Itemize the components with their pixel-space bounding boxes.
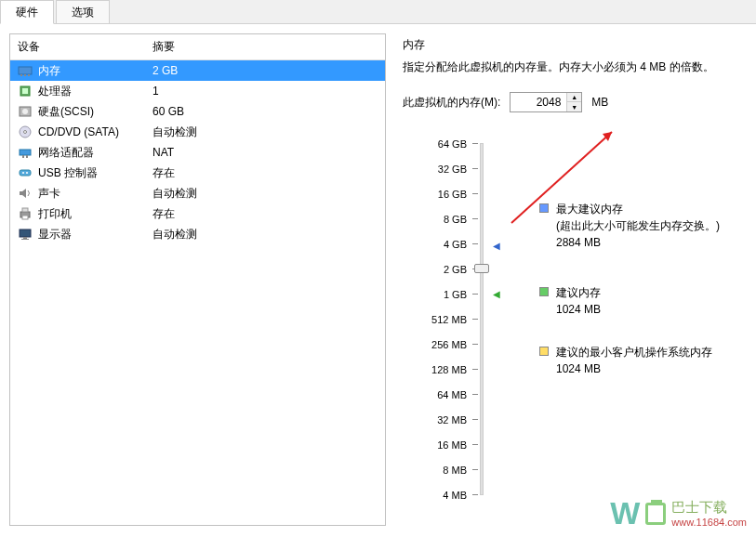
watermark-box-icon (645, 503, 666, 525)
hardware-name: 网络适配器 (38, 145, 153, 161)
slider-tick-label: 1 GB (403, 282, 467, 307)
svg-rect-21 (23, 237, 27, 239)
legend-min-val: 1024 MB (556, 360, 712, 377)
hardware-row[interactable]: USB 控制器存在 (10, 163, 385, 183)
hardware-name: 硬盘(SCSI) (38, 104, 153, 120)
header-summary: 摘要 (153, 39, 378, 55)
spinner-up[interactable]: ▲ (567, 93, 581, 102)
legend-box-yellow (539, 347, 549, 356)
hardware-row[interactable]: 显示器自动检测 (10, 224, 385, 244)
hardware-header: 设备 摘要 (10, 34, 385, 60)
hardware-value: 自动检测 (153, 186, 378, 202)
legend: 最大建议内存 (超出此大小可能发生内存交换。) 2884 MB 建议内存 102… (539, 131, 720, 507)
watermark-brand: 巴士下载 (671, 499, 747, 517)
svg-rect-20 (20, 229, 31, 237)
display-icon (18, 227, 33, 242)
memory-desc: 指定分配给此虚拟机的内存量。内存大小必须为 4 MB 的倍数。 (403, 59, 747, 75)
hardware-name: CD/DVD (SATA) (38, 125, 153, 138)
slider-thumb[interactable] (474, 264, 489, 273)
hardware-row[interactable]: 硬盘(SCSI)60 GB (10, 101, 385, 122)
legend-rec-val: 1024 MB (556, 301, 601, 318)
legend-box-blue (539, 203, 549, 213)
memory-title: 内存 (403, 37, 747, 53)
spinner-down[interactable]: ▼ (567, 102, 581, 111)
hardware-row[interactable]: 网络适配器NAT (10, 142, 385, 163)
memory-panel: 内存 指定分配给此虚拟机的内存量。内存大小必须为 4 MB 的倍数。 此虚拟机的… (397, 33, 747, 526)
svg-rect-10 (20, 150, 31, 155)
hardware-row[interactable]: 内存2 GB (10, 60, 385, 81)
tab-hardware[interactable]: 硬件 (0, 0, 54, 24)
legend-min: 建议的最小客户机操作系统内存 1024 MB (539, 344, 720, 377)
slider-tick-label: 2 GB (403, 256, 467, 282)
slider-tick-label: 256 MB (403, 332, 467, 357)
svg-point-7 (22, 109, 28, 114)
hardware-row[interactable]: CD/DVD (SATA)自动检测 (10, 122, 385, 142)
hardware-row[interactable]: 处理器1 (10, 81, 385, 101)
usb-icon (18, 165, 33, 180)
cpu-icon (18, 84, 33, 98)
memory-unit: MB (591, 96, 608, 109)
slider-tick-label: 16 MB (403, 432, 467, 457)
tab-options[interactable]: 选项 (56, 0, 110, 23)
legend-box-green (539, 287, 549, 296)
printer-icon (18, 206, 33, 221)
slider-tick-label: 16 GB (403, 181, 467, 206)
svg-rect-11 (22, 155, 24, 158)
svg-rect-12 (26, 155, 28, 158)
memory-icon (18, 63, 33, 78)
hardware-list: 设备 摘要 内存2 GB处理器1硬盘(SCSI)60 GBCD/DVD (SAT… (9, 33, 386, 526)
hardware-row[interactable]: 打印机存在 (10, 203, 385, 224)
legend-min-title: 建议的最小客户机操作系统内存 (556, 344, 712, 360)
slider-tick-label: 4 MB (403, 482, 467, 507)
memory-spinner[interactable]: ▲ ▼ (510, 92, 582, 112)
disk-icon (18, 104, 33, 119)
watermark-w-icon: W (610, 495, 640, 531)
header-device: 设备 (18, 39, 153, 55)
hardware-name: 显示器 (38, 227, 153, 242)
svg-rect-13 (20, 170, 31, 176)
legend-max-val: 2884 MB (556, 234, 720, 251)
svg-rect-0 (19, 67, 32, 74)
watermark-url: www.11684.com (671, 517, 747, 528)
hardware-value: 存在 (153, 206, 378, 222)
svg-rect-22 (21, 239, 29, 240)
slider-tick-label: 32 MB (403, 407, 467, 432)
slider-tick-label: 512 MB (403, 307, 467, 332)
hardware-value: 自动检测 (153, 124, 378, 140)
slider-tick-label: 8 MB (403, 457, 467, 482)
hardware-value: 存在 (153, 165, 378, 181)
slider-tick-label: 32 GB (403, 156, 467, 181)
memory-input[interactable] (511, 93, 566, 111)
legend-rec-title: 建议内存 (556, 284, 601, 301)
marker-rec-icon: ◀ (493, 289, 500, 299)
legend-rec: 建议内存 1024 MB (539, 284, 720, 318)
hardware-name: 声卡 (38, 186, 153, 202)
svg-rect-3 (28, 74, 30, 76)
hardware-value: 2 GB (153, 64, 378, 77)
legend-max: 最大建议内存 (超出此大小可能发生内存交换。) 2884 MB (539, 201, 720, 251)
tab-bar: 硬件 选项 (0, 0, 756, 24)
cd-icon (18, 124, 33, 139)
slider-tick-label: 4 GB (403, 231, 467, 256)
slider-tick-label: 64 GB (403, 131, 467, 156)
hardware-value: 1 (153, 85, 378, 98)
slider-tick-label: 8 GB (403, 206, 467, 231)
memory-slider[interactable]: ◀ ◀ (472, 131, 510, 507)
hardware-value: 自动检测 (153, 227, 378, 242)
legend-max-title: 最大建议内存 (556, 201, 720, 217)
hardware-value: 60 GB (153, 105, 378, 118)
marker-max-icon: ◀ (493, 241, 500, 251)
slider-tick-label: 64 MB (403, 382, 467, 407)
hardware-row[interactable]: 声卡自动检测 (10, 183, 385, 203)
hardware-name: 处理器 (38, 84, 153, 99)
svg-marker-16 (20, 189, 26, 198)
sound-icon (18, 186, 33, 201)
svg-rect-2 (24, 74, 26, 76)
slider-ticks: 64 GB32 GB16 GB8 GB4 GB2 GB1 GB512 MB256… (403, 131, 472, 507)
svg-point-14 (22, 172, 24, 174)
svg-point-9 (24, 131, 27, 134)
svg-point-15 (26, 172, 28, 174)
svg-rect-1 (20, 74, 22, 76)
hardware-value: NAT (153, 146, 378, 159)
svg-rect-5 (22, 88, 28, 94)
